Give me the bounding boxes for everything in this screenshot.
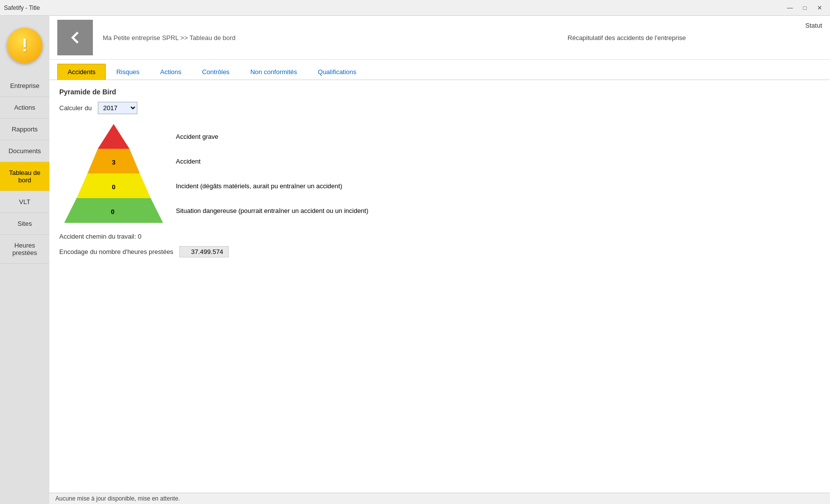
breadcrumb-area: Ma Petite entreprise SPRL >> Tableau de … — [99, 34, 448, 42]
logo-area: ! — [0, 16, 49, 75]
statut-label: Statut — [805, 20, 822, 29]
tab-actions[interactable]: Actions — [150, 64, 192, 80]
svg-marker-0 — [71, 32, 79, 43]
svg-marker-7 — [98, 124, 129, 149]
header: Ma Petite entreprise SPRL >> Tableau de … — [49, 16, 830, 60]
svg-text:0: 0 — [111, 208, 114, 215]
sidebar-item-entreprise[interactable]: Entreprise — [0, 75, 49, 97]
tab-accidents[interactable]: Accidents — [57, 64, 106, 80]
accident-chemin-row: Accident chemin du travail: 0 — [59, 233, 820, 240]
tabs-bar: Accidents Risques Actions Contrôles Non … — [49, 60, 830, 80]
sidebar-item-documents[interactable]: Documents — [0, 140, 49, 162]
window-controls: — □ ✕ — [784, 2, 826, 13]
svg-text:0: 0 — [112, 183, 115, 191]
sidebar-item-actions[interactable]: Actions — [0, 97, 49, 119]
svg-text:3: 3 — [112, 159, 115, 166]
calculer-row: Calculer du 2017 2016 2015 — [59, 102, 820, 114]
accident-chemin-label: Accident chemin du travail: 0 — [59, 233, 141, 240]
status-bar: Aucune mise à jour disponible, mise en a… — [49, 493, 830, 504]
sidebar: ! Entreprise Actions Rapports Documents … — [0, 16, 49, 504]
tab-risques[interactable]: Risques — [106, 64, 150, 80]
pyramid-label-4: Situation dangereuse (pourrait entraîner… — [176, 198, 369, 223]
pyramid-label-1: Accident grave — [176, 124, 369, 149]
logo-icon: ! — [7, 28, 42, 63]
sidebar-item-sites[interactable]: Sites — [0, 213, 49, 235]
titlebar: Safetify - Title — □ ✕ — [0, 0, 830, 16]
maximize-button[interactable]: □ — [798, 2, 811, 13]
sidebar-item-tableau-de-bord[interactable]: Tableau de bord — [0, 162, 49, 191]
tab-controles[interactable]: Contrôles — [192, 64, 240, 80]
pyramid-label-3: Incident (dégâts matériels, aurait pu en… — [176, 173, 369, 198]
sidebar-item-heures-prestees[interactable]: Heures prestées — [0, 235, 49, 264]
heures-label: Encodage du nombre d'heures prestées — [59, 248, 173, 255]
year-select[interactable]: 2017 2016 2015 — [98, 102, 137, 114]
pyramid-svg: 0 0 3 — [59, 124, 168, 223]
sidebar-item-rapports[interactable]: Rapports — [0, 119, 49, 140]
close-button[interactable]: ✕ — [813, 2, 826, 13]
calculer-label: Calculer du — [59, 104, 92, 112]
heures-value: 37.499.574 — [179, 246, 229, 257]
back-arrow-icon — [66, 29, 84, 46]
sidebar-item-vlt[interactable]: VLT — [0, 191, 49, 213]
tab-qualifications[interactable]: Qualifications — [307, 64, 367, 80]
content-area: Pyramide de Bird Calculer du 2017 2016 2… — [49, 80, 830, 493]
heures-row: Encodage du nombre d'heures prestées 37.… — [59, 246, 820, 257]
pyramid-section: 0 0 3 Accident grave Accid — [59, 124, 820, 223]
logo-exclamation: ! — [22, 37, 28, 54]
pyramid-label-2: Accident — [176, 149, 369, 173]
main-content: Ma Petite entreprise SPRL >> Tableau de … — [49, 16, 830, 504]
pyramid-labels: Accident grave Accident Incident (dégâts… — [176, 124, 369, 223]
page-subtitle: Récapitulatif des accidents de l'entrepr… — [454, 34, 799, 42]
app-container: ! Entreprise Actions Rapports Documents … — [0, 16, 830, 504]
section-title: Pyramide de Bird — [59, 88, 820, 96]
minimize-button[interactable]: — — [784, 2, 796, 13]
tab-non-conformites[interactable]: Non conformités — [240, 64, 308, 80]
back-button[interactable] — [57, 20, 93, 55]
window-title: Safetify - Title — [4, 4, 40, 11]
breadcrumb: Ma Petite entreprise SPRL >> Tableau de … — [103, 34, 236, 42]
